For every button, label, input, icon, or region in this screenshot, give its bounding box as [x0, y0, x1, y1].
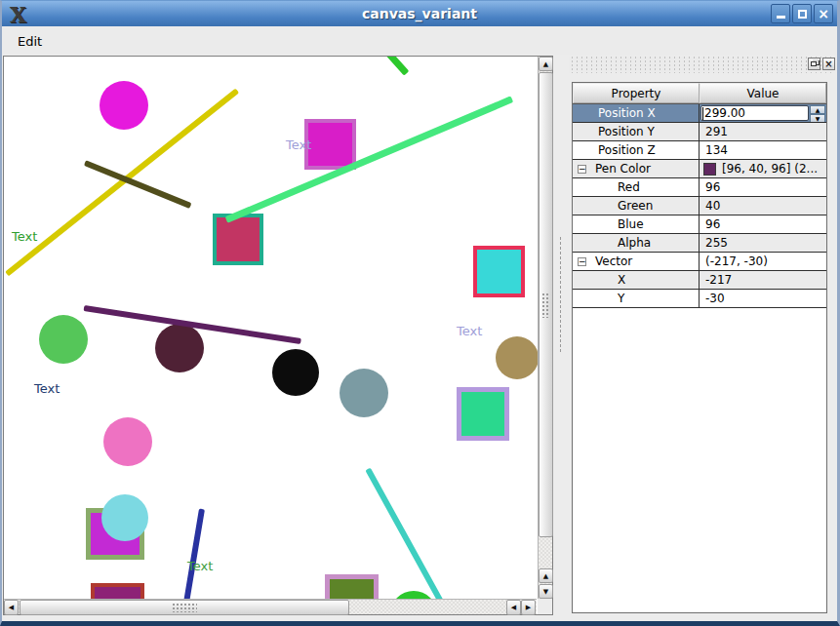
- scroll-up-button[interactable]: ▲: [539, 57, 553, 71]
- spin-down-button[interactable]: ▼: [810, 114, 825, 122]
- position-x-spinbox[interactable]: 299.00▲▼: [700, 104, 826, 122]
- property-label: Vector: [595, 254, 632, 268]
- app-window: X canvas_variant × Edit TextTextTextText…: [0, 0, 840, 626]
- title-bar[interactable]: X canvas_variant ×: [2, 1, 837, 26]
- spin-up-button[interactable]: ▲: [810, 105, 825, 114]
- canvas-circle[interactable]: [155, 324, 204, 372]
- canvas-circle[interactable]: [101, 494, 148, 541]
- canvas-circle[interactable]: [39, 315, 88, 364]
- canvas-text-item[interactable]: Text: [457, 324, 482, 338]
- canvas-square[interactable]: [304, 119, 356, 170]
- dock-title-bar[interactable]: [569, 57, 835, 73]
- property-cell[interactable]: Position Y: [573, 123, 700, 140]
- property-cell[interactable]: Position Z: [573, 141, 700, 159]
- property-cell[interactable]: Green: [573, 197, 700, 215]
- scroll-up-button-2[interactable]: ▲: [539, 568, 553, 583]
- property-row[interactable]: Red96: [573, 178, 826, 197]
- canvas-circle[interactable]: [103, 417, 152, 466]
- vertical-scrollbar-thumb[interactable]: [539, 72, 553, 537]
- property-cell[interactable]: −Pen Color: [573, 160, 700, 177]
- canvas-viewport[interactable]: TextTextTextTextText: [4, 57, 538, 599]
- value-cell[interactable]: [96, 40, 96] (2...: [700, 160, 826, 177]
- property-cell[interactable]: Position X: [573, 104, 700, 122]
- property-row[interactable]: X-217: [573, 271, 826, 290]
- canvas-square[interactable]: [213, 214, 263, 265]
- property-table: Property Value Position X299.00▲▼Positio…: [572, 82, 827, 613]
- dock-close-icon: ×: [824, 59, 832, 69]
- arrow-left-icon: ◀: [9, 604, 14, 611]
- collapse-expander-icon[interactable]: −: [578, 257, 586, 266]
- property-row[interactable]: −Pen Color[96, 40, 96] (2...: [573, 160, 826, 178]
- property-row[interactable]: −Vector(-217, -30): [573, 253, 826, 271]
- value-cell[interactable]: 134: [700, 141, 826, 159]
- canvas-line[interactable]: [385, 57, 409, 75]
- canvas-circle[interactable]: [272, 349, 319, 396]
- scroll-left-button-2[interactable]: ◀: [506, 600, 521, 615]
- property-row[interactable]: Blue96: [573, 215, 826, 234]
- text-cursor: [702, 107, 703, 120]
- canvas-circle[interactable]: [100, 81, 148, 130]
- canvas-text-item[interactable]: Text: [187, 559, 213, 573]
- property-label: Red: [618, 180, 640, 194]
- dock-float-button[interactable]: [808, 58, 820, 70]
- close-button[interactable]: ×: [814, 4, 833, 23]
- canvas-text-item[interactable]: Text: [286, 137, 311, 152]
- menu-bar: Edit: [2, 26, 837, 55]
- value-cell[interactable]: 299.00▲▼: [700, 104, 826, 122]
- canvas-circle[interactable]: [390, 591, 437, 599]
- value-cell[interactable]: (-217, -30): [700, 253, 826, 270]
- property-row[interactable]: Alpha255: [573, 234, 826, 253]
- arrow-right-icon: ▶: [526, 604, 531, 611]
- property-cell[interactable]: −Vector: [573, 253, 700, 270]
- canvas-square[interactable]: [91, 583, 144, 599]
- property-row[interactable]: Y-30: [573, 290, 826, 308]
- horizontal-scrollbar-thumb[interactable]: [20, 600, 349, 615]
- canvas-circle[interactable]: [496, 336, 538, 379]
- canvas-text-item[interactable]: Text: [12, 229, 37, 244]
- canvas-square[interactable]: [473, 246, 525, 297]
- property-row[interactable]: Position Y291: [573, 123, 826, 141]
- scroll-left-button[interactable]: ◀: [4, 600, 19, 615]
- property-cell[interactable]: Y: [573, 290, 700, 307]
- value-cell[interactable]: 96: [700, 215, 826, 233]
- value-cell[interactable]: -217: [700, 271, 826, 289]
- property-label: Position X: [598, 106, 656, 120]
- canvas-line[interactable]: [183, 509, 205, 599]
- scroll-down-button[interactable]: ▼: [539, 584, 553, 599]
- thumb-grip: [541, 293, 550, 318]
- table-header-row: Property Value: [573, 83, 826, 104]
- dock-splitter-handle[interactable]: [553, 56, 567, 615]
- value-cell[interactable]: 96: [700, 178, 826, 196]
- canvas-circle[interactable]: [340, 369, 388, 417]
- property-row[interactable]: Position X299.00▲▼: [573, 104, 826, 123]
- menu-item-edit[interactable]: Edit: [11, 31, 49, 52]
- column-header-value[interactable]: Value: [700, 83, 826, 103]
- collapse-expander-icon[interactable]: −: [578, 165, 586, 174]
- canvas-line[interactable]: [225, 96, 514, 222]
- window-title: canvas_variant: [2, 6, 837, 21]
- column-header-property[interactable]: Property: [573, 83, 700, 103]
- scroll-right-button[interactable]: ▶: [521, 600, 536, 615]
- maximize-button[interactable]: [792, 4, 812, 23]
- property-cell[interactable]: X: [573, 271, 700, 289]
- property-cell[interactable]: Alpha: [573, 234, 700, 252]
- spinbox-input[interactable]: 299.00: [700, 105, 809, 121]
- horizontal-scrollbar[interactable]: ◀ ◀ ▶: [4, 599, 537, 614]
- splitter-grip: [559, 236, 562, 353]
- vertical-scrollbar[interactable]: ▲ ▲ ▼: [538, 57, 552, 599]
- value-cell[interactable]: -30: [700, 290, 826, 307]
- value-cell[interactable]: 255: [700, 234, 826, 252]
- minimize-button[interactable]: [771, 4, 790, 23]
- canvas-text-item[interactable]: Text: [34, 381, 60, 396]
- property-row[interactable]: Green40: [573, 197, 826, 215]
- property-cell[interactable]: Red: [573, 178, 700, 196]
- value-cell[interactable]: 40: [700, 197, 826, 215]
- property-row[interactable]: Position Z134: [573, 141, 826, 160]
- thumb-grip: [172, 603, 197, 612]
- canvas-square[interactable]: [457, 387, 509, 441]
- property-cell[interactable]: Blue: [573, 215, 700, 233]
- value-cell[interactable]: 291: [700, 123, 826, 140]
- canvas-square[interactable]: [325, 574, 379, 599]
- value-text: 96: [705, 217, 720, 231]
- dock-close-button[interactable]: ×: [822, 58, 835, 70]
